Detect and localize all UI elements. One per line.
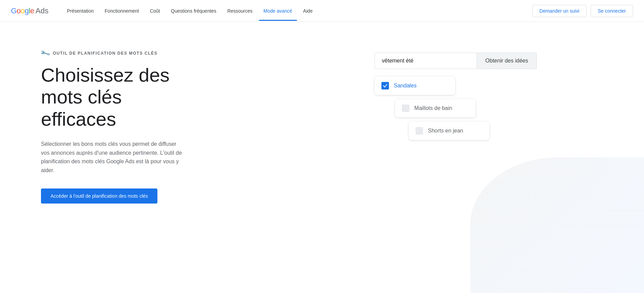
wrench-icon: 🔧 — [40, 47, 51, 59]
keyword-cards-area: Sandales Maillots de bain Shorts en jean — [375, 76, 644, 144]
tool-label: OUTIL DE PLANIFICATION DES MOTS CLÉS — [53, 51, 157, 56]
logo-link[interactable]: Google Ads — [11, 6, 48, 15]
checkbox-unchecked-shorts — [416, 127, 423, 135]
checkbox-unchecked-maillots — [402, 104, 409, 112]
nav-questions[interactable]: Questions fréquentes — [166, 5, 221, 16]
keyword-card-sandales[interactable]: Sandales — [375, 76, 455, 95]
keyword-card-maillots[interactable]: Maillots de bain — [395, 99, 476, 117]
nav-cout[interactable]: Coût — [145, 5, 165, 16]
nav-mode-avance[interactable]: Mode avancé — [259, 5, 297, 16]
keyword-label-shorts: Shorts en jean — [428, 128, 482, 134]
keyword-label-sandales: Sandales — [394, 83, 448, 89]
main-content: 🔧 OUTIL DE PLANIFICATION DES MOTS CLÉS C… — [0, 22, 644, 293]
cta-planification-button[interactable]: Accéder à l'outil de planification des m… — [41, 189, 157, 204]
main-description: Sélectionner les bons mots clés vous per… — [41, 140, 184, 175]
nav-aide[interactable]: Aide — [298, 5, 318, 16]
demander-suivi-button[interactable]: Demander un suivi — [532, 5, 587, 17]
logo-ads: Ads — [36, 6, 48, 15]
se-connecter-button[interactable]: Se connecter — [591, 5, 633, 17]
header: Google Ads Présentation Fonctionnement C… — [0, 0, 644, 22]
logo-google: Google — [11, 6, 34, 15]
keyword-search-input[interactable] — [375, 53, 477, 69]
search-bar: Obtenir des idées — [375, 53, 630, 69]
demo-ui-area: Obtenir des idées Sandales Maillots de b… — [354, 22, 644, 293]
get-ideas-button[interactable]: Obtenir des idées — [477, 53, 536, 69]
nav-ressources[interactable]: Ressources — [223, 5, 257, 16]
hero-text-area: 🔧 OUTIL DE PLANIFICATION DES MOTS CLÉS C… — [0, 22, 354, 293]
main-nav: Présentation Fonctionnement Coût Questio… — [62, 5, 532, 16]
nav-presentation[interactable]: Présentation — [62, 5, 99, 16]
bg-gradient — [470, 157, 644, 293]
keyword-label-maillots: Maillots de bain — [414, 105, 469, 111]
tool-label-row: 🔧 OUTIL DE PLANIFICATION DES MOTS CLÉS — [41, 49, 334, 57]
checkbox-checked-sandales — [381, 82, 389, 89]
nav-fonctionnement[interactable]: Fonctionnement — [100, 5, 144, 16]
keyword-card-shorts[interactable]: Shorts en jean — [409, 122, 489, 140]
header-actions: Demander un suivi Se connecter — [532, 5, 633, 17]
main-heading: Choisissez des mots clés efficaces — [41, 64, 205, 130]
